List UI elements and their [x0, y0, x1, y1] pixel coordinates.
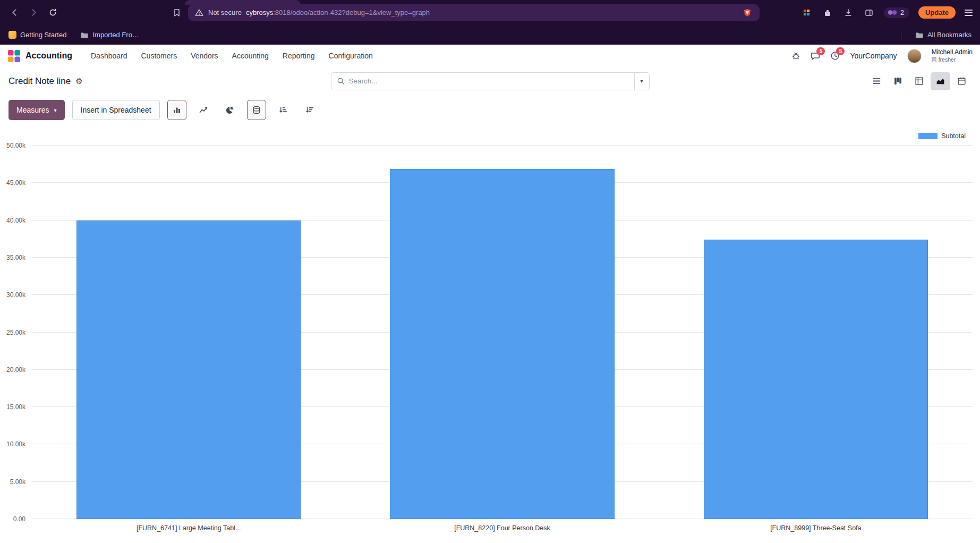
extensions-puzzle-icon[interactable] — [822, 7, 833, 19]
y-tick-label: 0.00 — [13, 515, 25, 523]
messages-badge: 5 — [816, 47, 825, 55]
browser-toolbar-right: 2 Update — [801, 6, 973, 19]
graph-toolbar: Measures ▾ Insert in Spreadsheet — [0, 95, 980, 125]
chart-type-group — [167, 100, 240, 120]
stacked-database-icon — [252, 106, 261, 114]
activities-clock-icon[interactable]: 5 — [830, 51, 840, 61]
menu-configuration[interactable]: Configuration — [322, 45, 380, 67]
control-panel: Credit Note line ⚙ ▾ — [0, 67, 980, 95]
extension-icon[interactable] — [801, 7, 813, 19]
page-title: Credit Note line — [8, 76, 71, 87]
x-tick-label: [FURN_8220] Four Person Desk — [454, 524, 550, 532]
y-tick-label: 50.00k — [6, 142, 25, 149]
forward-button[interactable] — [28, 7, 39, 19]
folder-icon — [80, 31, 89, 39]
browser-menu-icon[interactable] — [965, 10, 973, 16]
view-switcher — [867, 72, 972, 90]
y-tick-label: 5.00k — [10, 478, 25, 486]
sort-descending-icon — [305, 106, 314, 114]
all-bookmarks-button[interactable]: All Bookmarks — [915, 31, 972, 39]
view-list-button[interactable] — [867, 72, 887, 90]
y-tick-label: 45.00k — [6, 179, 25, 186]
user-name: Mitchell Admin — [932, 49, 973, 56]
plot-area — [32, 146, 973, 519]
app-name[interactable]: Accounting — [25, 51, 72, 61]
search-icon — [337, 77, 345, 85]
bookmark-label: Imported Fro… — [92, 31, 139, 39]
action-gear-icon[interactable]: ⚙ — [75, 77, 82, 86]
x-tick-label: [FURN_8999] Three-Seat Sofa — [770, 524, 861, 532]
search-input[interactable] — [349, 77, 634, 85]
messages-icon[interactable]: 5 — [811, 51, 820, 61]
calendar-view-icon — [957, 77, 966, 86]
stacked-toggle-button[interactable] — [247, 100, 266, 120]
download-icon[interactable] — [842, 7, 854, 19]
folder-icon — [915, 31, 924, 39]
bar-chart-icon — [173, 106, 181, 114]
url-host: cybrosys — [246, 9, 273, 16]
database-name: fresher — [939, 56, 956, 63]
browser-toolbar: Not secure cybrosys:8018/odoo/action-432… — [0, 0, 980, 25]
reload-button[interactable] — [47, 7, 58, 19]
search-dropdown-toggle[interactable]: ▾ — [634, 73, 649, 90]
url-text: cybrosys:8018/odoo/action-432?debug=1&vi… — [246, 9, 732, 16]
search-bar: ▾ — [331, 72, 650, 90]
legend-label: Subtotal — [941, 132, 966, 140]
y-tick-label: 10.00k — [6, 440, 25, 448]
y-axis: 0.005.00k10.00k15.00k20.00k25.00k30.00k3… — [0, 146, 28, 519]
view-calendar-button[interactable] — [952, 72, 972, 90]
kanban-view-icon — [893, 77, 902, 86]
menu-customers[interactable]: Customers — [134, 45, 184, 67]
pie-chart-button[interactable] — [220, 100, 240, 120]
sort-descending-button[interactable] — [300, 100, 319, 120]
sort-ascending-icon — [279, 106, 287, 114]
bookmark-imported-folder[interactable]: Imported Fro… — [80, 31, 139, 39]
graph-view-icon — [936, 77, 945, 86]
y-tick-label: 20.00k — [6, 366, 25, 374]
x-tick-label: [FURN_6741] Large Meeting Tabl... — [137, 524, 241, 532]
active-tab-remnant[interactable] — [185, 0, 301, 5]
chart-legend[interactable]: Subtotal — [918, 132, 966, 140]
sort-ascending-button[interactable] — [274, 100, 293, 120]
profile-badge: 2 — [900, 9, 904, 16]
user-avatar[interactable] — [907, 49, 922, 63]
profile-button[interactable]: 2 — [884, 7, 909, 18]
view-graph-button[interactable] — [931, 72, 950, 90]
back-button[interactable] — [8, 7, 20, 19]
bar-3[interactable] — [704, 240, 928, 519]
activities-badge: 5 — [836, 47, 845, 55]
y-tick-label: 40.00k — [6, 217, 25, 224]
user-menu[interactable]: Mitchell Admin fresher — [932, 49, 973, 63]
bookmarks-bar: Getting Started Imported Fro… All Bookma… — [0, 25, 980, 45]
legend-swatch — [918, 133, 938, 139]
measures-button[interactable]: Measures ▾ — [8, 100, 65, 120]
menu-vendors[interactable]: Vendors — [184, 45, 225, 67]
database-building-icon — [932, 57, 936, 62]
odoo-apps-logo-icon[interactable] — [7, 49, 21, 63]
y-tick-label: 15.00k — [6, 403, 25, 411]
bookmark-icon[interactable] — [171, 7, 183, 19]
sidebar-toggle-icon[interactable] — [863, 7, 875, 19]
menu-accounting[interactable]: Accounting — [225, 45, 276, 67]
view-pivot-button[interactable] — [909, 72, 929, 90]
bar-2[interactable] — [390, 169, 614, 519]
main-menu: Dashboard Customers Vendors Accounting R… — [84, 45, 380, 67]
bar-chart-button[interactable] — [167, 100, 186, 120]
view-kanban-button[interactable] — [888, 72, 908, 90]
update-button[interactable]: Update — [918, 6, 956, 19]
menu-dashboard[interactable]: Dashboard — [84, 45, 134, 67]
line-chart-button[interactable] — [194, 100, 213, 120]
insert-spreadsheet-button[interactable]: Insert in Spreadsheet — [72, 100, 160, 120]
y-tick-label: 25.00k — [6, 329, 25, 336]
bookmark-getting-started[interactable]: Getting Started — [8, 31, 66, 39]
url-path: :8018/odoo/action-432?debug=1&view_type=… — [273, 9, 430, 16]
url-bar[interactable]: Not secure cybrosys:8018/odoo/action-432… — [188, 4, 760, 21]
brave-shield-icon[interactable] — [742, 7, 753, 19]
browser-nav-buttons — [8, 7, 58, 19]
header-right: 5 5 YourCompany Mitchell Admin fresher — [791, 49, 973, 63]
company-switcher[interactable]: YourCompany — [850, 52, 897, 60]
measures-label: Measures — [16, 106, 49, 114]
menu-reporting[interactable]: Reporting — [276, 45, 322, 67]
bar-1[interactable] — [76, 220, 301, 519]
debug-bug-icon[interactable] — [791, 52, 800, 61]
